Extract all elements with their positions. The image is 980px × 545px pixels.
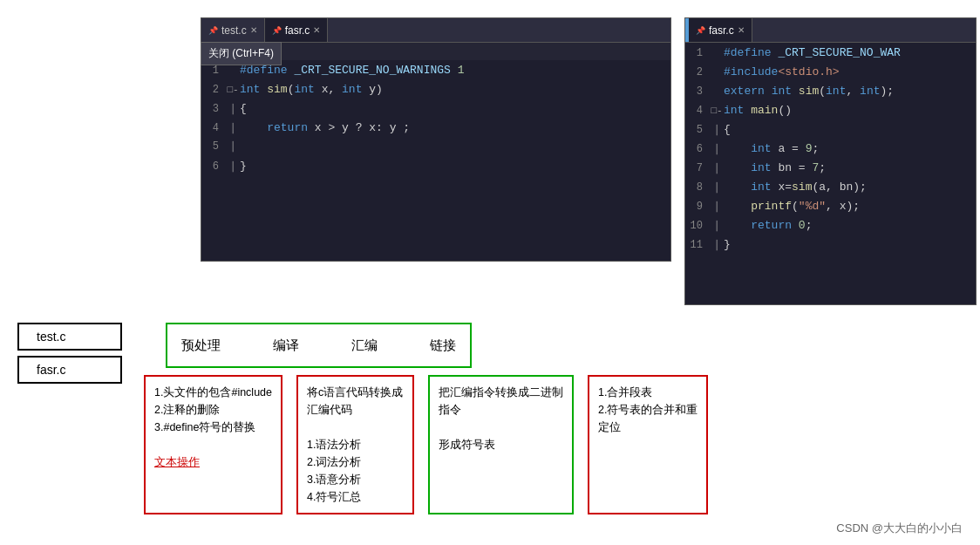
- code-line-6: 6 │ }: [201, 160, 670, 179]
- compile-line-2: 汇编代码: [307, 401, 404, 419]
- file-boxes: test.c fasr.c: [17, 323, 122, 384]
- r-gutter-9: │: [710, 201, 724, 212]
- code-line-2: 2 □- int sim(int x, int y): [201, 83, 670, 102]
- r-num-5: 5: [685, 124, 710, 136]
- watermark: CSDN @大大白的小小白: [836, 521, 963, 536]
- line-content-3: {: [240, 102, 247, 115]
- preprocess-line-3: 3.#define符号的替换: [154, 419, 272, 436]
- gutter-5: │: [226, 141, 240, 152]
- file-box-test: test.c: [17, 323, 122, 351]
- line-num-3: 3: [201, 103, 226, 115]
- file-label-test: test.c: [37, 330, 65, 344]
- detail-boxes: 1.头文件的包含#include 2.注释的删除 3.#define符号的替换 …: [144, 375, 708, 514]
- r-content-8: int x=sim(a, bn);: [724, 181, 867, 194]
- r-line-9: 9 │ printf("%d", x);: [685, 200, 976, 219]
- step-assemble: 汇编: [351, 337, 378, 354]
- r-gutter-7: │: [710, 163, 724, 174]
- compile-line-6: 4.符号汇总: [307, 488, 404, 506]
- compile-line-1: 将c语言代码转换成: [307, 384, 404, 401]
- close-tab-icon[interactable]: ✕: [250, 25, 257, 35]
- r-content-4: int main(): [724, 104, 792, 117]
- line-content-6: }: [240, 160, 247, 173]
- code-line-1: 1 #define _CRT_SECURE_NO_WARNINGS 1: [201, 64, 670, 83]
- step-link: 链接: [430, 337, 456, 354]
- file-box-fasr: fasr.c: [17, 356, 122, 384]
- detail-box-assemble: 把汇编指令转换成二进制 指令 形成符号表: [428, 375, 574, 514]
- line-num-4: 4: [201, 122, 226, 134]
- tab-label: test.c: [221, 24, 247, 37]
- assemble-line-2: 指令: [439, 401, 563, 419]
- tab-fasr-c-left[interactable]: 📌 fasr.c ✕: [265, 18, 329, 42]
- code-line-3: 3 │ {: [201, 102, 670, 121]
- r-line-5: 5 │ {: [685, 123, 976, 142]
- code-body-right: 1 #define _CRT_SECURE_NO_WAR 2 #include<…: [685, 43, 976, 261]
- gutter-6: │: [226, 161, 240, 172]
- r-num-8: 8: [685, 181, 710, 194]
- r-gutter-6: │: [710, 144, 724, 154]
- tab-test-c[interactable]: 📌 test.c ✕: [201, 18, 265, 42]
- r-content-9: printf("%d", x);: [724, 200, 860, 213]
- r-num-1: 1: [685, 47, 710, 59]
- code-body-left: 1 #define _CRT_SECURE_NO_WARNINGS 1 2 □-…: [201, 60, 670, 182]
- r-num-4: 4: [685, 105, 710, 117]
- step-preprocess: 预处理: [181, 337, 221, 354]
- watermark-text: CSDN @大大白的小小白: [836, 521, 963, 535]
- r-content-11: }: [724, 238, 731, 251]
- r-num-9: 9: [685, 201, 710, 213]
- detail-box-preprocess: 1.头文件的包含#include 2.注释的删除 3.#define符号的替换 …: [144, 375, 282, 514]
- r-num-7: 7: [685, 162, 710, 174]
- r-line-3: 3 extern int sim(int, int);: [685, 85, 976, 104]
- r-gutter-4: □-: [710, 106, 724, 116]
- step-compile: 编译: [273, 337, 299, 354]
- r-num-6: 6: [685, 143, 710, 155]
- r-line-4: 4 □- int main(): [685, 104, 976, 123]
- text-operation-link[interactable]: 文本操作: [154, 456, 200, 468]
- link-line-1: 1.合并段表: [598, 384, 698, 401]
- line-content-4: return x > y ? x: y ;: [240, 121, 410, 134]
- right-editor: 📌 fasr.c ✕ 1 #define _CRT_SECURE_NO_WAR …: [684, 17, 977, 305]
- gutter-2: □-: [226, 85, 240, 95]
- r-gutter-5: │: [710, 125, 724, 135]
- line-content-1: #define _CRT_SECURE_NO_WARNINGS 1: [240, 64, 464, 77]
- r-content-10: return 0;: [724, 219, 812, 232]
- close-right-tab-icon[interactable]: ✕: [738, 25, 745, 35]
- file-label-fasr: fasr.c: [37, 363, 65, 377]
- gutter-3: │: [226, 104, 240, 114]
- r-line-6: 6 │ int a = 9;: [685, 142, 976, 161]
- r-line-8: 8 │ int x=sim(a, bn);: [685, 181, 976, 200]
- close-tab-fasr-icon[interactable]: ✕: [313, 25, 320, 35]
- preprocess-line-2: 2.注释的删除: [154, 401, 272, 419]
- r-line-11: 11 │ }: [685, 238, 976, 257]
- r-line-1: 1 #define _CRT_SECURE_NO_WAR: [685, 46, 976, 65]
- tab-fasr-c-right[interactable]: 📌 fasr.c ✕: [689, 18, 752, 42]
- tab-label-fasr: fasr.c: [285, 24, 310, 37]
- r-content-1: #define _CRT_SECURE_NO_WAR: [724, 46, 901, 59]
- r-content-5: {: [724, 123, 731, 136]
- line-content-2: int sim(int x, int y): [240, 83, 383, 96]
- r-content-3: extern int sim(int, int);: [724, 85, 894, 98]
- pin-icon-right: 📌: [696, 26, 705, 35]
- gutter-4: │: [226, 123, 240, 133]
- r-content-6: int a = 9;: [724, 142, 819, 155]
- tooltip-text: 关闭 (Ctrl+F4): [208, 47, 274, 59]
- compile-line-3: 1.语法分析: [307, 436, 404, 453]
- line-num-2: 2: [201, 84, 226, 96]
- line-num-1: 1: [201, 65, 226, 77]
- r-num-11: 11: [685, 239, 710, 251]
- r-line-2: 2 #include<stdio.h>: [685, 65, 976, 85]
- pin-icon: 📌: [208, 26, 218, 35]
- process-flow: 预处理 编译 汇编 链接: [166, 323, 472, 368]
- link-line-2: 2.符号表的合并和重: [598, 401, 698, 419]
- pin-icon2: 📌: [272, 26, 282, 35]
- right-editor-tabs: 📌 fasr.c ✕: [685, 18, 976, 43]
- r-num-10: 10: [685, 220, 710, 232]
- compile-line-5: 3.语意分析: [307, 471, 404, 488]
- link-line-3: 定位: [598, 419, 698, 436]
- assemble-line-1: 把汇编指令转换成二进制: [439, 384, 563, 401]
- detail-box-compile: 将c语言代码转换成 汇编代码 1.语法分析 2.词法分析 3.语意分析 4.符号…: [296, 375, 414, 514]
- r-gutter-11: │: [710, 240, 724, 250]
- r-line-7: 7 │ int bn = 7;: [685, 161, 976, 181]
- assemble-line-3: 形成符号表: [439, 436, 563, 453]
- line-num-6: 6: [201, 160, 226, 173]
- r-content-2: #include<stdio.h>: [724, 65, 840, 78]
